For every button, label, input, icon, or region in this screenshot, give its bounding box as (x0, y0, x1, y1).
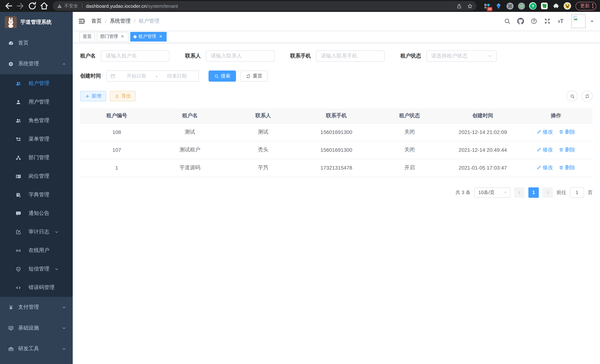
font-size-icon[interactable] (557, 18, 564, 25)
menu-tree-icon (16, 136, 21, 142)
goto-page-input[interactable] (570, 187, 584, 198)
close-icon[interactable]: ✕ (158, 34, 163, 39)
status-select[interactable]: 请选择租户状态 (426, 50, 497, 62)
sidebar-item-infra[interactable]: 基础设施 (0, 318, 73, 338)
filter-mobile: 联系手机 请输入联系手机 (290, 50, 385, 62)
avatar[interactable] (572, 14, 586, 28)
bookmark-star-icon[interactable] (467, 3, 473, 9)
breadcrumb-current: 租户管理 (139, 18, 159, 25)
status-text: 关闭 (373, 123, 446, 141)
github-icon[interactable] (517, 18, 524, 25)
gear-icon (8, 61, 14, 67)
tab-tenant[interactable]: 租户管理 ✕ (130, 32, 167, 41)
sidebar-item-errorcode[interactable]: 错误码管理 (0, 278, 73, 297)
toggle-search-button[interactable] (567, 91, 578, 102)
breadcrumb-home[interactable]: 首页 (91, 18, 102, 25)
sidebar-item-pay[interactable]: 支付管理 (0, 297, 73, 318)
calendar-icon (110, 74, 115, 79)
add-button[interactable]: 新增 (80, 91, 106, 101)
hamburger-icon[interactable] (78, 18, 85, 25)
close-icon[interactable]: ✕ (120, 34, 125, 39)
sidebar-item-audit-log[interactable]: 审计日志 (0, 223, 73, 241)
sidebar-item-tenant[interactable]: 租户管理 (0, 74, 73, 93)
filter-contact: 联系人 请输入联系人 (185, 50, 275, 62)
fullscreen-icon[interactable] (544, 18, 551, 25)
online-broadcast-icon (16, 248, 21, 253)
sidebar-item-home[interactable]: 首页 (0, 33, 73, 53)
refresh-table-button[interactable] (581, 91, 593, 102)
balloon-icon[interactable] (495, 2, 502, 10)
delete-link[interactable]: 删除 (559, 129, 575, 135)
tab-dept[interactable]: 部门管理 ✕ (97, 32, 128, 41)
chevron-down-icon (55, 230, 59, 234)
app-title: 芋道管理系统 (20, 19, 52, 26)
contact-input[interactable]: 请输入联系人 (206, 50, 275, 62)
chat-app-icon[interactable] (541, 2, 548, 10)
tenant-users-icon (16, 81, 21, 86)
share-icon[interactable] (457, 3, 462, 9)
address-bar[interactable]: 不安全 dashboard.yudao.iocoder.cn/system/te… (53, 1, 477, 11)
sidebar-logo[interactable]: 芋道管理系统 (0, 12, 73, 33)
chevron-right-icon (545, 190, 550, 195)
start-date-input[interactable]: 开始日期 (118, 73, 154, 79)
sidebar-item-post[interactable]: 岗位管理 (0, 167, 73, 186)
grid-diamond-icon[interactable]: 10 (483, 2, 491, 10)
sidebar-item-dict[interactable]: 字典管理 (0, 186, 73, 204)
reset-button[interactable]: 重置 (240, 71, 268, 82)
profile-emoji-icon[interactable] (564, 2, 571, 10)
sidebar-item-role[interactable]: 角色管理 (0, 111, 73, 130)
search-button[interactable]: 搜索 (208, 71, 236, 82)
url-text: dashboard.yudao.iocoder.cn/system/tenant (86, 3, 457, 9)
post-badge-icon (16, 173, 21, 179)
sidebar-item-sms[interactable]: 短信管理 (0, 260, 73, 278)
back-icon[interactable] (4, 1, 13, 11)
export-button[interactable]: 导出 (110, 91, 136, 101)
browser-update-button[interactable]: 更新 (576, 2, 596, 10)
caret-down-icon[interactable] (590, 19, 594, 23)
prev-page-button[interactable] (514, 187, 525, 198)
date-range-picker[interactable]: 开始日期 - 结束日期 (106, 71, 199, 82)
col-tenant-id: 租户编号 (80, 108, 153, 123)
total-count: 共 3 条 (455, 189, 470, 196)
security-indicator[interactable]: 不安全 (57, 3, 78, 9)
sidebar-item-devtool[interactable]: 研发工具 (0, 338, 73, 359)
y-logo-icon[interactable]: Y (529, 2, 537, 10)
sidebar-item-system[interactable]: 系统管理 (0, 53, 73, 74)
tab-home[interactable]: 首页 (79, 32, 95, 41)
gray-circle-icon[interactable] (518, 2, 525, 10)
dashboard-icon (8, 40, 14, 46)
page-size-select[interactable]: 10条/页 (474, 187, 511, 198)
goto-label: 前往 (557, 189, 566, 196)
cmd-icon[interactable] (506, 2, 514, 10)
edit-link[interactable]: 修改 (537, 147, 553, 153)
audit-log-icon (16, 229, 21, 235)
home-icon[interactable] (39, 1, 49, 11)
sidebar-item-online-user[interactable]: 在线用户 (0, 241, 73, 260)
edit-link[interactable]: 修改 (537, 129, 553, 135)
sms-shield-icon (16, 266, 21, 272)
end-date-input[interactable]: 结束日期 (159, 73, 195, 79)
status-text: 开启 (373, 159, 446, 177)
delete-link[interactable]: 删除 (559, 164, 575, 171)
chevron-down-icon (55, 267, 59, 271)
edit-link[interactable]: 修改 (537, 164, 553, 171)
breadcrumb-section[interactable]: 系统管理 (110, 18, 131, 25)
sidebar-item-notice[interactable]: 通知公告 (0, 204, 73, 223)
navbar-search-icon[interactable] (504, 18, 511, 25)
sidebar-item-dept[interactable]: 部门管理 (0, 149, 73, 167)
browser-menu-dots-icon[interactable] (592, 4, 593, 8)
next-page-button[interactable] (543, 187, 553, 198)
sidebar-item-menu[interactable]: 菜单管理 (0, 130, 73, 149)
chevron-down-icon (488, 54, 492, 58)
help-icon[interactable] (531, 18, 537, 25)
tenant-name-input[interactable]: 请输入租户名 (101, 50, 169, 62)
current-page[interactable]: 1 (528, 187, 539, 198)
col-ops: 操作 (519, 108, 593, 123)
sidebar-item-user[interactable]: 用户管理 (0, 93, 73, 111)
extensions-puzzle-icon[interactable] (552, 2, 560, 10)
delete-link[interactable]: 删除 (559, 147, 575, 153)
mobile-input[interactable]: 请输入联系手机 (316, 50, 385, 62)
reload-icon[interactable] (28, 1, 37, 11)
forward-icon[interactable] (16, 1, 25, 11)
pay-yen-icon (8, 304, 14, 310)
